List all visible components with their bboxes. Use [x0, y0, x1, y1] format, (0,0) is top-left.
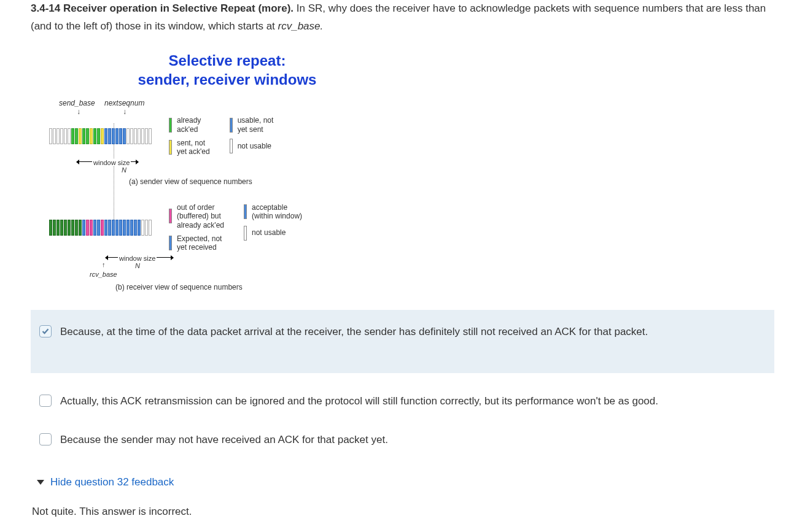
- feedback-toggle-label: Hide question 32 feedback: [50, 476, 174, 488]
- arrow-up-icon: ↑: [102, 261, 106, 268]
- sequence-slot: [115, 128, 119, 144]
- sender-block: send_base nextseqnum ↓ ↓ already ack'ed …: [49, 99, 405, 186]
- sequence-slot: [90, 128, 93, 144]
- option-text: Because the sender may not have received…: [60, 431, 388, 448]
- sequence-slot: [86, 128, 89, 144]
- sequence-slot: [71, 128, 74, 144]
- question-prompt: 3.4-14 Receiver operation in Selective R…: [31, 0, 774, 36]
- question-number: 3.4-14: [31, 2, 60, 14]
- sequence-slot: [138, 128, 141, 144]
- sender-sequence-bar: [49, 128, 152, 144]
- sequence-slot: [82, 128, 85, 144]
- legend-sent-not-acked: sent, not yet ack'ed: [177, 139, 210, 156]
- sequence-slot: [71, 220, 74, 236]
- nextseqnum-label: nextseqnum: [104, 99, 144, 107]
- sequence-slot: [123, 220, 126, 236]
- sequence-slot: [75, 128, 78, 144]
- sequence-slot: [112, 220, 115, 236]
- legend-usable: usable, not yet sent: [238, 116, 274, 134]
- sequence-slot: [108, 128, 111, 144]
- sequence-slot: [126, 128, 130, 144]
- sequence-slot: [145, 128, 148, 144]
- sequence-slot: [104, 128, 107, 144]
- sequence-slot: [134, 220, 137, 236]
- answer-option-3[interactable]: Because the sender may not have received…: [31, 420, 774, 459]
- chip-green: [169, 118, 172, 133]
- sequence-slot: [149, 220, 152, 236]
- feedback-toggle[interactable]: Hide question 32 feedback: [37, 476, 774, 488]
- sequence-slot: [119, 220, 122, 236]
- sequence-slot: [60, 128, 63, 144]
- chip-plain: [244, 226, 247, 241]
- sequence-slot: [112, 128, 115, 144]
- sequence-slot: [101, 220, 104, 236]
- sequence-slot: [53, 220, 56, 236]
- receiver-block: out of order (buffered) but already ack'…: [49, 203, 405, 291]
- chip-pink: [169, 209, 172, 223]
- feedback-text: Not quite. This answer is incorrect.: [32, 506, 774, 518]
- arrow-down-icon: ↓: [123, 107, 126, 116]
- answer-option-2[interactable]: Actually, this ACK retransmission can be…: [31, 382, 774, 420]
- answer-option-1[interactable]: Because, at the time of the data packet …: [31, 310, 774, 373]
- sequence-slot: [93, 220, 96, 236]
- sequence-slot: [104, 220, 107, 236]
- option-text: Actually, this ACK retransmission can be…: [60, 393, 658, 409]
- receiver-caption: (b) receiver view of sequence numbers: [115, 283, 405, 291]
- sequence-slot: [141, 220, 144, 236]
- sequence-slot: [68, 220, 71, 236]
- chip-yellow: [169, 140, 172, 155]
- sequence-slot: [68, 128, 71, 144]
- sequence-slot: [56, 128, 60, 144]
- receiver-sequence-bar: [49, 220, 152, 236]
- sequence-slot: [123, 128, 126, 144]
- option-text: Because, at the time of the data packet …: [60, 323, 648, 340]
- sequence-slot: [60, 220, 63, 236]
- sequence-slot: [64, 128, 67, 144]
- sequence-slot: [64, 220, 67, 236]
- checkbox-checked-icon[interactable]: [39, 325, 52, 337]
- sequence-slot: [130, 220, 133, 236]
- diagram-title-line1: Selective repeat:: [169, 52, 286, 69]
- diagram-title: Selective repeat: sender, receiver windo…: [49, 51, 405, 89]
- sequence-slot: [119, 128, 122, 144]
- sequence-slot: [130, 128, 133, 144]
- sender-caption: (a) sender view of sequence numbers: [129, 177, 405, 186]
- sequence-slot: [149, 128, 152, 144]
- legend-acceptable: acceptable (within window): [252, 203, 302, 221]
- caret-down-icon: [37, 480, 44, 485]
- window-N-label: N: [122, 166, 126, 174]
- window-N-label: N: [135, 262, 140, 269]
- sequence-slot: [86, 220, 89, 236]
- send-base-label: send_base: [59, 99, 95, 107]
- sequence-slot: [79, 128, 82, 144]
- checkbox-unchecked-icon[interactable]: [39, 433, 52, 445]
- answer-options: Because, at the time of the data packet …: [31, 310, 774, 460]
- sequence-slot: [101, 128, 104, 144]
- sequence-slot: [79, 220, 82, 236]
- checkbox-unchecked-icon[interactable]: [39, 395, 52, 407]
- legend-out-of-order: out of order (buffered) but already ack'…: [177, 203, 224, 229]
- sequence-slot: [53, 128, 56, 144]
- sequence-slot: [90, 220, 93, 236]
- sequence-slot: [138, 220, 141, 236]
- sequence-slot: [93, 128, 96, 144]
- sequence-slot: [97, 220, 100, 236]
- sequence-slot: [82, 220, 85, 236]
- receiver-legend: out of order (buffered) but already ack'…: [169, 203, 302, 252]
- legend-expected: Expected, not yet received: [177, 234, 222, 252]
- legend-already-acked: already ack'ed: [177, 116, 201, 134]
- sequence-slot: [108, 220, 111, 236]
- diagram-figure: Selective repeat: sender, receiver windo…: [49, 51, 405, 291]
- sequence-slot: [126, 220, 130, 236]
- legend-not-usable: not usable: [252, 228, 286, 237]
- sequence-slot: [115, 220, 119, 236]
- sequence-slot: [145, 220, 148, 236]
- sequence-slot: [49, 220, 52, 236]
- question-title: Receiver operation in Selective Repeat (…: [63, 2, 294, 14]
- chip-blue: [169, 236, 172, 250]
- sequence-slot: [49, 128, 52, 144]
- arrow-down-icon: ↓: [77, 107, 80, 116]
- window-size-label: window size: [118, 255, 157, 262]
- legend-not-usable: not usable: [238, 142, 271, 150]
- question-italic-term: rcv_base.: [278, 20, 324, 32]
